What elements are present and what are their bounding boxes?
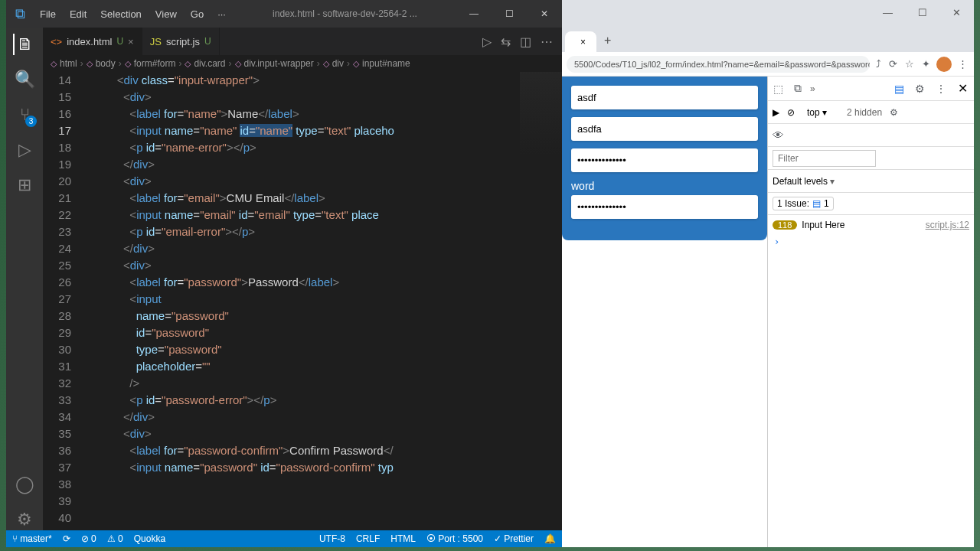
devtools-gear-icon[interactable]: ⚙ — [913, 80, 927, 97]
browser-maximize[interactable]: ☐ — [905, 7, 939, 18]
device-icon[interactable]: ⧉ — [792, 80, 804, 97]
console-gear-icon[interactable]: ⚙ — [890, 107, 898, 118]
inspect-icon[interactable]: ⬚ — [771, 80, 786, 97]
tab-label: index.html — [67, 36, 112, 47]
vscode-titlebar: ⧉ FileEditSelectionViewGo ··· index.html… — [6, 0, 562, 28]
profile-avatar[interactable] — [936, 57, 952, 72]
context-selector[interactable]: top ▾ — [802, 106, 831, 119]
star-icon[interactable]: ☆ — [903, 57, 916, 71]
browser-tabstrip: × + — [562, 24, 974, 52]
window-title: index.html - software-dev-2564-2 ... — [234, 8, 456, 19]
breadcrumb-item[interactable]: div — [332, 58, 344, 69]
browser-tab[interactable]: × — [565, 31, 596, 53]
devtools-menu-icon[interactable]: ⋮ — [933, 80, 949, 97]
puzzle-icon[interactable]: ✦ — [920, 57, 932, 71]
form-card: word — [562, 77, 767, 240]
log-source[interactable]: script.js:12 — [926, 220, 969, 230]
menu-go[interactable]: Go — [185, 5, 210, 23]
issues-chip[interactable]: 1 Issue: ▤ 1 — [773, 197, 834, 210]
tab-close-icon[interactable]: × — [128, 36, 134, 47]
password-confirm-label: word — [571, 180, 758, 192]
account-icon[interactable]: ◯ — [14, 474, 35, 495]
warnings-status[interactable]: ⚠ 0 — [107, 533, 123, 544]
breadcrumb-item[interactable]: input#name — [362, 58, 410, 69]
tab-mark: U — [116, 36, 123, 47]
password-confirm-input[interactable] — [571, 195, 758, 219]
hidden-count[interactable]: 2 hidden — [847, 107, 882, 118]
menu-more[interactable]: ··· — [210, 5, 234, 23]
bell-icon[interactable]: 🔔 — [544, 533, 556, 544]
editor-tab[interactable]: <>index.htmlU× — [43, 28, 142, 55]
tab-label: script.js — [166, 36, 200, 47]
breadcrumb-item[interactable]: div.input-wrapper — [244, 58, 314, 69]
breadcrumb[interactable]: ◇html›◇body›◇form#form›◇div.card›◇div.in… — [43, 55, 562, 72]
editor-tab[interactable]: JSscript.jsU — [142, 28, 220, 55]
explorer-icon[interactable]: 🗎 — [13, 34, 34, 55]
close-button[interactable]: ✕ — [527, 2, 562, 25]
vscode-logo-icon: ⧉ — [6, 6, 34, 22]
extensions-icon[interactable]: ⊞ — [14, 174, 35, 196]
tab-mark: U — [204, 36, 211, 47]
devtools-panel: ⬚ ⧉ » ▤ ⚙ ⋮ ✕ ▶ ⊘ top ▾ 2 hidden ⚙ 👁 — [767, 77, 974, 547]
minimize-button[interactable]: — — [456, 2, 492, 25]
lang-status[interactable]: HTML — [390, 533, 416, 544]
breadcrumb-item[interactable]: form#form — [134, 58, 176, 69]
errors-status[interactable]: ⊘ 0 — [81, 533, 96, 544]
code-editor[interactable]: 1415161718192021222324252627282930313233… — [43, 72, 562, 530]
scm-icon[interactable]: ⑂3 — [14, 104, 35, 126]
file-icon: JS — [150, 36, 162, 47]
run-icon[interactable]: ▷ — [482, 34, 492, 49]
browser-titlebar: — ☐ ✕ — [562, 0, 974, 24]
password-input[interactable] — [571, 148, 758, 172]
prettier-status[interactable]: ✓ Prettier — [494, 533, 534, 544]
branch-status[interactable]: ⑂ master* — [12, 533, 52, 544]
diff-icon[interactable]: ⇆ — [501, 34, 511, 49]
console-prompt[interactable]: › — [768, 235, 974, 249]
play-icon[interactable]: ▶ — [773, 107, 779, 118]
email-input[interactable] — [571, 117, 758, 141]
search-icon[interactable]: 🔍 — [14, 69, 35, 90]
file-icon: <> — [51, 36, 62, 47]
devtools-close-icon[interactable]: ✕ — [955, 81, 971, 96]
url-field[interactable]: 5500/Codes/T10_js/l02_form/index.html?na… — [567, 56, 870, 73]
name-input[interactable] — [571, 86, 758, 109]
settings-gear-icon[interactable]: ⚙ — [14, 509, 35, 530]
clear-icon[interactable]: ⊘ — [787, 107, 795, 118]
browser-close[interactable]: ✕ — [939, 7, 974, 18]
minimap[interactable] — [520, 72, 562, 156]
share-icon[interactable]: ⤴ — [874, 57, 883, 71]
port-status[interactable]: ⦿ Port : 5500 — [426, 533, 483, 544]
console-log-row[interactable]: 118 Input Here script.js:12 — [768, 215, 974, 235]
activity-bar: 🗎 🔍 ⑂3 ▷ ⊞ ◯ ⚙ — [6, 28, 43, 530]
menu-edit[interactable]: Edit — [64, 5, 93, 23]
maximize-button[interactable]: ☐ — [492, 2, 527, 25]
quokka-status[interactable]: Quokka — [134, 533, 165, 544]
split-icon[interactable]: ◫ — [520, 34, 531, 49]
browser-minimize[interactable]: — — [871, 7, 905, 18]
browser-menu-icon[interactable]: ⋮ — [956, 57, 969, 71]
breadcrumb-item[interactable]: div.card — [194, 58, 225, 69]
menu-view[interactable]: View — [149, 5, 183, 23]
page-content: word — [562, 77, 767, 547]
menu-file[interactable]: File — [34, 5, 62, 23]
breadcrumb-item[interactable]: html — [60, 58, 77, 69]
tab-close-icon[interactable]: × — [580, 37, 586, 47]
live-expr-icon[interactable]: 👁 — [773, 129, 784, 142]
eol-status[interactable]: CRLF — [356, 533, 380, 544]
editor-tabs: <>index.htmlU×JSscript.jsU ▷ ⇆ ◫ ⋯ — [43, 28, 562, 55]
log-message: Input Here — [802, 220, 920, 230]
address-bar: 5500/Codes/T10_js/l02_form/index.html?na… — [562, 52, 974, 77]
status-bar: ⑂ master* ⟳ ⊘ 0 ⚠ 0 Quokka UTF-8 CRLF HT… — [6, 530, 562, 547]
breadcrumb-item[interactable]: body — [96, 58, 116, 69]
debug-icon[interactable]: ▷ — [14, 139, 35, 161]
more-icon[interactable]: ⋯ — [541, 34, 553, 49]
filter-input[interactable] — [773, 150, 876, 167]
menu-selection[interactable]: Selection — [94, 5, 147, 23]
sync-icon[interactable]: ⟳ — [63, 533, 70, 544]
panel-overflow[interactable]: » — [810, 83, 815, 94]
reload-icon[interactable]: ⟳ — [887, 57, 899, 71]
levels-selector[interactable]: Default levels — [773, 176, 835, 187]
chat-icon[interactable]: ▤ — [892, 80, 906, 97]
encoding-status[interactable]: UTF-8 — [319, 533, 345, 544]
new-tab-button[interactable]: + — [596, 29, 619, 52]
